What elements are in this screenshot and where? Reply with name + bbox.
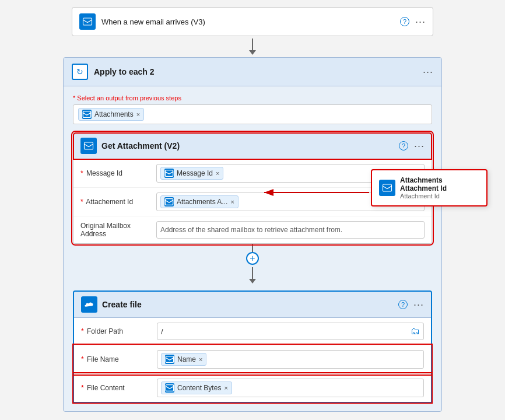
arrow-connector-1 — [249, 38, 256, 55]
folder-browse-icon[interactable]: 🗂 — [411, 326, 420, 337]
folder-path-row: * Folder Path / 🗂 — [74, 318, 431, 345]
attachments-tag-pill: Attachments × — [78, 108, 144, 121]
plus-arrow-down — [249, 279, 256, 284]
apply-each-header: ↻ Apply to each 2 ··· — [64, 58, 441, 86]
file-name-input[interactable]: Name × — [157, 350, 424, 369]
trigger-card: When a new email arrives (V3) ? ··· — [72, 7, 433, 36]
svg-rect-2 — [85, 142, 93, 149]
message-id-tag-remove[interactable]: × — [216, 170, 219, 177]
file-name-outlook-icon — [165, 355, 174, 364]
file-content-row: * File Content Content Bytes × — [74, 374, 431, 402]
folder-path-input[interactable]: / 🗂 — [157, 323, 424, 340]
get-attachment-help-icon[interactable]: ? — [399, 141, 408, 150]
file-name-tag-remove[interactable]: × — [199, 356, 202, 363]
get-attachment-actions: ? ··· — [399, 141, 425, 151]
file-name-row: * File Name Name × — [74, 345, 431, 374]
get-attachment-title: Get Attachment (V2) — [101, 141, 394, 150]
svg-rect-0 — [83, 18, 92, 25]
create-file-icon — [81, 296, 97, 313]
plus-arrow — [249, 267, 256, 284]
file-name-tag-label: Name — [177, 355, 196, 363]
svg-rect-5 — [166, 356, 173, 363]
file-name-label: * File Name — [81, 355, 157, 363]
message-id-label: * Message Id — [80, 169, 156, 177]
mailbox-address-label: Original Mailbox Address — [80, 222, 156, 238]
svg-rect-3 — [165, 170, 173, 177]
attachments-input[interactable]: Attachments × — [73, 104, 432, 124]
folder-path-label: * Folder Path — [81, 327, 157, 335]
apply-each-container: ↻ Apply to each 2 ··· * Select an output… — [63, 57, 442, 412]
file-name-tag: Name × — [161, 353, 206, 366]
attachments-outlook-icon — [82, 110, 92, 119]
connector-arrow — [249, 50, 256, 55]
svg-rect-4 — [165, 199, 173, 205]
get-attachment-more-btn[interactable]: ··· — [414, 141, 425, 151]
file-content-tag-remove[interactable]: × — [224, 384, 227, 391]
folder-path-value: / — [161, 327, 163, 336]
popup-text-container: Attachments Attachment Id Attachment Id — [400, 176, 479, 200]
apply-each-body: * Select an output from previous steps A… — [64, 86, 441, 411]
more-options-btn[interactable]: ··· — [415, 16, 426, 27]
create-file-header: Create file ? ··· — [74, 292, 431, 318]
mailbox-address-row: Original Mailbox Address Address of the … — [73, 216, 432, 243]
message-id-outlook-icon — [164, 169, 174, 178]
loop-icon: ↻ — [72, 64, 88, 80]
file-content-input[interactable]: Content Bytes × — [157, 379, 424, 397]
help-icon[interactable]: ? — [400, 17, 409, 26]
get-attachment-header: Get Attachment (V2) ? ··· — [73, 133, 432, 159]
file-content-label: * File Content — [81, 384, 157, 392]
svg-rect-1 — [83, 111, 90, 118]
apply-each-actions: ··· — [423, 66, 433, 77]
trigger-actions: ? ··· — [400, 16, 426, 27]
plus-line-top — [252, 244, 253, 252]
trigger-title: When a new email arrives (V3) — [101, 18, 394, 26]
plus-arrow-line — [252, 267, 253, 279]
attachment-id-tag: Attachments A... × — [160, 195, 239, 208]
apply-each-title: Apply to each 2 — [94, 67, 417, 76]
svg-rect-12 — [383, 184, 392, 191]
create-file-card: Create file ? ··· * Folder Path / 🗂 — [73, 290, 432, 403]
spacer-1 — [73, 124, 432, 132]
message-id-tag: Message Id × — [160, 167, 223, 180]
file-content-tag-label: Content Bytes — [177, 384, 221, 392]
file-content-outlook-icon — [165, 383, 174, 393]
attachments-tag-remove[interactable]: × — [136, 111, 140, 118]
plus-button[interactable]: + — [246, 252, 259, 265]
create-file-help-icon[interactable]: ? — [398, 300, 408, 309]
attachment-id-tag-label: Attachments A... — [177, 198, 227, 206]
create-file-actions: ? ··· — [398, 299, 424, 310]
trigger-icon — [79, 13, 96, 30]
apply-each-more-btn[interactable]: ··· — [423, 66, 433, 77]
svg-rect-6 — [166, 385, 173, 391]
attachment-id-label: * Attachement Id — [80, 198, 156, 206]
attachment-id-outlook-icon — [164, 197, 174, 206]
get-attachment-icon — [80, 138, 97, 154]
connector-line — [252, 38, 253, 50]
file-content-tag: Content Bytes × — [161, 382, 232, 394]
select-output-label: * Select an output from previous steps — [73, 94, 432, 102]
create-file-more-btn[interactable]: ··· — [413, 299, 424, 310]
create-file-title: Create file — [102, 300, 394, 309]
message-id-tag-label: Message Id — [177, 169, 213, 177]
popup-subtitle: Attachment Id — [400, 192, 479, 200]
attachment-id-tag-remove[interactable]: × — [230, 198, 234, 205]
popup-title: Attachments Attachment Id — [400, 176, 479, 192]
mailbox-address-input[interactable]: Address of the shared mailbox to retriev… — [156, 221, 425, 239]
attachments-tag-label: Attachments — [94, 110, 134, 118]
attachment-id-popup: Attachments Attachment Id Attachment Id — [371, 169, 488, 206]
plus-connector: + — [73, 244, 432, 286]
mailbox-address-placeholder: Address of the shared mailbox to retriev… — [160, 226, 342, 234]
popup-outlook-icon — [379, 180, 395, 196]
